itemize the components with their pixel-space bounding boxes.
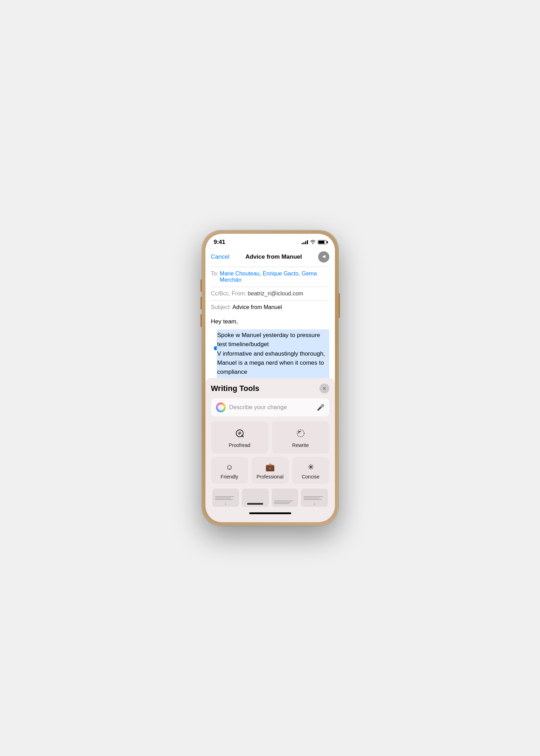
- wifi-icon: [310, 240, 316, 245]
- home-indicator[interactable]: [211, 510, 329, 517]
- rewrite-label: Rewrite: [292, 442, 309, 448]
- tools-grid-large: Proofread Rewrite: [211, 421, 329, 454]
- thumb-card-2[interactable]: [242, 489, 269, 507]
- status-icons: [302, 240, 327, 245]
- thumb-arrow-1: ↓: [225, 501, 227, 505]
- email-header-top: Cancel Advice from Manuel ▲: [211, 251, 329, 267]
- home-bar: [249, 512, 291, 514]
- cc-field[interactable]: Cc/Bcc, From: beatriz_ri@icloud.com: [211, 287, 329, 300]
- email-body[interactable]: Hey team, Spoke w Manuel yesterday to pr…: [205, 314, 335, 378]
- proofread-button[interactable]: Proofread: [211, 421, 268, 454]
- rewrite-icon: [296, 428, 306, 440]
- status-bar: 9:41: [205, 234, 335, 248]
- subject-field[interactable]: Subject: Advice from Manuel: [211, 300, 329, 314]
- to-field[interactable]: To: Marie Chouteau, Enrique Gacto, Gema …: [211, 267, 329, 287]
- subject-value: Advice from Manuel: [232, 304, 282, 310]
- subject-label: Subject:: [211, 304, 231, 310]
- thumb-card-3[interactable]: [272, 489, 299, 507]
- home-bar-thumb: [247, 503, 263, 505]
- cc-label: Cc/Bcc, From:: [211, 290, 246, 297]
- battery-icon: [318, 240, 327, 244]
- tools-grid-small: ☺ Friendly 💼 Professional ✳ Concise: [211, 457, 329, 484]
- svg-line-2: [242, 435, 243, 437]
- proofread-icon: [235, 428, 245, 440]
- to-value: Marie Chouteau, Enrique Gacto, Gema Merc…: [220, 271, 329, 283]
- concise-label: Concise: [302, 474, 320, 479]
- professional-icon: 💼: [265, 463, 275, 472]
- professional-button[interactable]: 💼 Professional: [252, 457, 289, 484]
- describe-placeholder: Describe your change: [229, 404, 313, 411]
- selected-text: Spoke w Manuel yesterday to pressure tes…: [217, 329, 329, 378]
- writing-tools-title: Writing Tools: [211, 384, 260, 393]
- to-label: To:: [211, 271, 218, 277]
- proofread-label: Proofread: [229, 442, 250, 448]
- signal-icon: [302, 240, 308, 244]
- close-icon: ✕: [322, 386, 327, 391]
- screen-content: 9:41: [205, 234, 335, 522]
- close-button[interactable]: ✕: [320, 384, 329, 393]
- friendly-label: Friendly: [221, 474, 238, 479]
- body-greeting: Hey team,: [211, 318, 329, 325]
- thumb-card-1[interactable]: ↓: [212, 489, 239, 507]
- concise-icon: ✳: [308, 463, 314, 472]
- microphone-icon[interactable]: 🎤: [317, 404, 324, 411]
- thumb-arrow-4: ↓: [314, 501, 316, 505]
- status-time: 9:41: [214, 239, 225, 246]
- writing-tools-panel: Writing Tools ✕ Describe your change 🎤: [205, 378, 335, 522]
- friendly-icon: ☺: [225, 463, 233, 472]
- concise-button[interactable]: ✳ Concise: [292, 457, 329, 484]
- apple-intelligence-icon: [216, 402, 226, 412]
- send-button[interactable]: ▲: [318, 251, 329, 262]
- professional-label: Professional: [257, 474, 283, 479]
- bottom-thumbnails: ↓: [211, 489, 329, 507]
- rewrite-button[interactable]: Rewrite: [272, 421, 329, 454]
- cc-value: beatriz_ri@icloud.com: [248, 290, 303, 297]
- email-header: Cancel Advice from Manuel ▲ To: Marie Ch…: [205, 248, 335, 314]
- email-title: Advice from Manuel: [245, 253, 302, 260]
- svg-point-5: [297, 430, 304, 437]
- friendly-button[interactable]: ☺ Friendly: [211, 457, 248, 484]
- writing-tools-header: Writing Tools ✕: [211, 384, 329, 393]
- cancel-button[interactable]: Cancel: [211, 253, 230, 260]
- send-arrow-icon: ▲: [321, 254, 327, 259]
- phone-device: 9:41: [202, 230, 338, 526]
- describe-input[interactable]: Describe your change 🎤: [211, 398, 329, 416]
- phone-screen: 9:41: [205, 234, 335, 522]
- thumb-card-4[interactable]: ↓: [301, 489, 328, 507]
